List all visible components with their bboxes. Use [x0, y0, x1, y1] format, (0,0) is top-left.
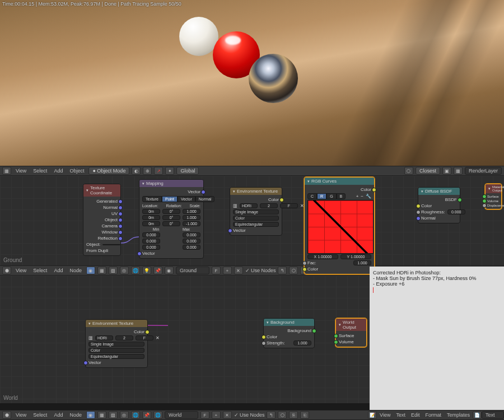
- menu-add[interactable]: Add: [52, 268, 65, 273]
- channel-c[interactable]: C: [307, 193, 317, 199]
- node-header[interactable]: ▾Material Output: [486, 184, 501, 193]
- fake-user[interactable]: F: [212, 267, 221, 274]
- loc-x[interactable]: 0m: [142, 209, 160, 214]
- node-header[interactable]: ▾Texture Coordinate: [83, 184, 120, 197]
- shading-icon[interactable]: ◐: [132, 167, 141, 175]
- editor-type-icon[interactable]: ⬢: [2, 267, 11, 274]
- tab-texture[interactable]: Texture: [142, 196, 162, 202]
- menu-view[interactable]: View: [377, 411, 393, 419]
- collapse-icon[interactable]: ▾: [267, 320, 269, 325]
- paste-icon[interactable]: ⎗: [300, 411, 309, 419]
- text-editor[interactable]: Corrected HDRi in Photoshop: - Mask Sun …: [370, 267, 504, 410]
- text-name[interactable]: Text: [482, 411, 504, 419]
- image-name[interactable]: HDRi: [240, 203, 258, 208]
- use-nodes-check[interactable]: ✓Use Nodes: [245, 268, 276, 273]
- collapse-icon[interactable]: ▾: [233, 189, 235, 194]
- snap-icon[interactable]: ⬡: [289, 267, 298, 274]
- node-mapping[interactable]: ▾Mapping Vector Texture Point Vector Nor…: [139, 179, 204, 259]
- manipulator-icon[interactable]: ↗: [154, 167, 163, 175]
- shader-icon[interactable]: ◉: [86, 411, 95, 419]
- compositor-icon[interactable]: ▦: [97, 411, 106, 419]
- node-header[interactable]: ▾Environment Texture: [230, 188, 282, 195]
- menu-select[interactable]: Select: [31, 168, 49, 174]
- collapse-icon[interactable]: ▾: [421, 189, 423, 194]
- node-rgbcurves[interactable]: ▾RGB Curves Color C R G B + − 🔧 X 1.0000…: [304, 177, 375, 274]
- scale-z[interactable]: -1.000: [183, 221, 200, 226]
- scale-y[interactable]: 1.000: [183, 215, 200, 220]
- pivot-icon[interactable]: ⊕: [143, 167, 152, 175]
- go-parent-icon[interactable]: ↰: [267, 411, 276, 419]
- mat-browse-icon[interactable]: ◉: [165, 267, 174, 274]
- node-texcoord[interactable]: ▾Texture Coordinate Generated Normal UV …: [83, 184, 121, 256]
- tab-point[interactable]: Point: [162, 196, 178, 202]
- node-worldout[interactable]: ▾World Output Surface Volume: [335, 318, 367, 347]
- menu-node[interactable]: Node: [67, 268, 84, 273]
- menu-format[interactable]: Format: [422, 411, 444, 419]
- node-header[interactable]: ▾Environment Texture: [86, 320, 147, 327]
- snap-mode[interactable]: Closest: [416, 167, 440, 175]
- node-header[interactable]: ▾RGB Curves: [305, 178, 374, 185]
- menu-object[interactable]: Object: [67, 168, 86, 174]
- object-icon[interactable]: ◎: [120, 411, 129, 419]
- add-icon[interactable]: +: [223, 267, 232, 274]
- menu-node[interactable]: Node: [67, 412, 84, 418]
- node-background[interactable]: ▾Background Background Color Strength:1.…: [263, 318, 315, 348]
- snap-icon[interactable]: ⬡: [278, 411, 287, 419]
- text-browse-icon[interactable]: 📄: [473, 411, 482, 419]
- material-name[interactable]: Ground: [176, 267, 209, 274]
- node-envtex-world[interactable]: ▾Environment Texture Color ▥HDRi2F✕ Sing…: [85, 319, 148, 368]
- menu-select[interactable]: Select: [31, 268, 49, 273]
- fake-user[interactable]: F: [136, 335, 153, 340]
- world-browse-icon[interactable]: 🌐: [153, 411, 162, 419]
- menu-view[interactable]: View: [13, 412, 29, 418]
- node-header[interactable]: ▾Diffuse BSDF: [418, 188, 460, 195]
- node-header[interactable]: ▾Background: [264, 319, 314, 326]
- rot-y[interactable]: 0°: [162, 215, 180, 220]
- scale-x[interactable]: 1.000: [183, 209, 200, 214]
- texture-icon[interactable]: ▨: [109, 267, 118, 274]
- node-diffuse[interactable]: ▾Diffuse BSDF BSDF Color Roughness:0.000…: [418, 187, 460, 223]
- loc-y[interactable]: 0m: [142, 215, 160, 220]
- tools-icon[interactable]: 🔧: [366, 194, 371, 199]
- loc-z[interactable]: 0m: [142, 221, 160, 226]
- copy-icon[interactable]: ⎘: [289, 411, 298, 419]
- orientation-selector[interactable]: Global: [176, 167, 199, 175]
- fake-user[interactable]: F: [280, 203, 298, 208]
- channel-b[interactable]: B: [337, 193, 346, 199]
- use-nodes-check[interactable]: ✓Use Nodes: [234, 412, 265, 418]
- renderlayer-field[interactable]: RenderLayer: [465, 167, 502, 175]
- object-field[interactable]: [102, 244, 120, 245]
- collapse-icon[interactable]: ▾: [307, 179, 310, 184]
- world-icon[interactable]: 🌐: [131, 411, 140, 419]
- editor-type-icon[interactable]: 📝: [368, 411, 377, 419]
- node-canvas-material[interactable]: ▾Texture Coordinate Generated Normal UV …: [0, 176, 504, 265]
- image-browse-icon[interactable]: ▥: [233, 203, 237, 208]
- texture-icon[interactable]: ▨: [109, 411, 118, 419]
- node-header[interactable]: ▾World Output: [336, 319, 366, 331]
- editor-type-icon[interactable]: ▦: [2, 167, 11, 175]
- snap-icon[interactable]: ⬡: [404, 167, 413, 175]
- pin-icon[interactable]: 📌: [142, 411, 151, 419]
- menu-view[interactable]: View: [13, 268, 29, 273]
- node-envtex[interactable]: ▾Environment Texture Color ▥HDRi2F✕ Sing…: [230, 187, 282, 236]
- compositor-icon[interactable]: ▦: [97, 267, 106, 274]
- tab-vector[interactable]: Vector: [178, 196, 195, 202]
- image-name[interactable]: HDRi: [95, 335, 113, 340]
- menu-select[interactable]: Select: [31, 412, 49, 418]
- collapse-icon[interactable]: ▾: [88, 321, 91, 326]
- rot-x[interactable]: 0°: [162, 209, 180, 214]
- menu-edit[interactable]: Edit: [408, 411, 423, 419]
- tab-normal[interactable]: Normal: [195, 196, 215, 202]
- channel-g[interactable]: G: [326, 193, 336, 199]
- channel-r[interactable]: R: [317, 193, 326, 199]
- fake-user[interactable]: F: [200, 411, 209, 419]
- lamp-icon[interactable]: 💡: [142, 267, 151, 274]
- collapse-icon[interactable]: ▾: [339, 323, 341, 327]
- unlink-icon[interactable]: ✕: [223, 411, 232, 419]
- pin-icon[interactable]: 📌: [153, 267, 162, 274]
- unlink-icon[interactable]: ✕: [300, 203, 304, 208]
- shader-icon[interactable]: ◉: [86, 267, 95, 274]
- unlink-icon[interactable]: ✕: [156, 335, 160, 340]
- add-icon[interactable]: +: [212, 411, 221, 419]
- rot-z[interactable]: 0°: [162, 221, 180, 226]
